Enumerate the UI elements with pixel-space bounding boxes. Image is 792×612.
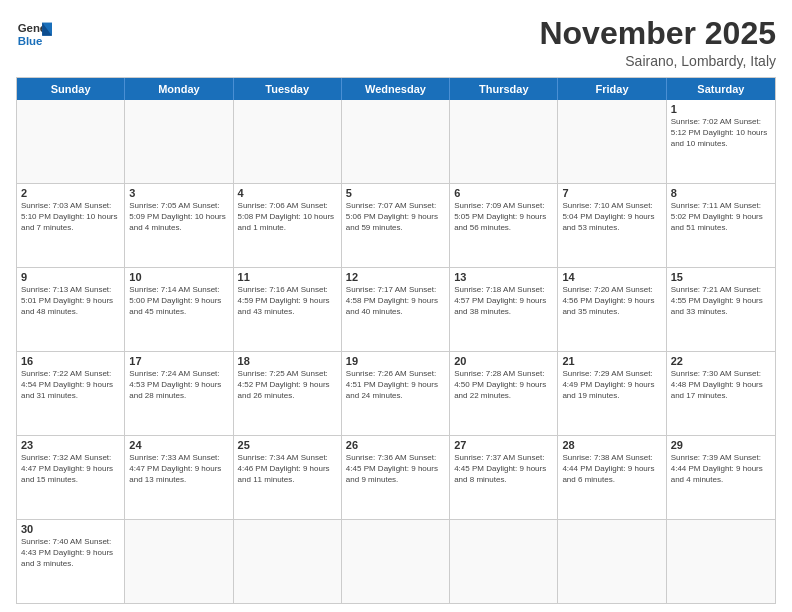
cell-date: 19 — [346, 355, 445, 367]
svg-text:Blue: Blue — [18, 35, 43, 47]
cell-info: Sunrise: 7:10 AM Sunset: 5:04 PM Dayligh… — [562, 201, 661, 233]
cell-date: 4 — [238, 187, 337, 199]
cell-date: 22 — [671, 355, 771, 367]
day-header-monday: Monday — [125, 78, 233, 100]
cell-info: Sunrise: 7:05 AM Sunset: 5:09 PM Dayligh… — [129, 201, 228, 233]
calendar-cell: 7Sunrise: 7:10 AM Sunset: 5:04 PM Daylig… — [558, 184, 666, 267]
calendar-cell — [125, 100, 233, 183]
cell-info: Sunrise: 7:22 AM Sunset: 4:54 PM Dayligh… — [21, 369, 120, 401]
cell-info: Sunrise: 7:25 AM Sunset: 4:52 PM Dayligh… — [238, 369, 337, 401]
calendar-row-0: 1Sunrise: 7:02 AM Sunset: 5:12 PM Daylig… — [17, 100, 775, 184]
calendar-row-2: 9Sunrise: 7:13 AM Sunset: 5:01 PM Daylig… — [17, 268, 775, 352]
day-header-saturday: Saturday — [667, 78, 775, 100]
cell-date: 24 — [129, 439, 228, 451]
cell-date: 11 — [238, 271, 337, 283]
cell-info: Sunrise: 7:16 AM Sunset: 4:59 PM Dayligh… — [238, 285, 337, 317]
cell-date: 9 — [21, 271, 120, 283]
calendar-cell — [558, 520, 666, 603]
cell-date: 26 — [346, 439, 445, 451]
cell-info: Sunrise: 7:30 AM Sunset: 4:48 PM Dayligh… — [671, 369, 771, 401]
cell-info: Sunrise: 7:14 AM Sunset: 5:00 PM Dayligh… — [129, 285, 228, 317]
cell-date: 14 — [562, 271, 661, 283]
cell-date: 2 — [21, 187, 120, 199]
calendar-cell — [234, 100, 342, 183]
calendar-cell: 15Sunrise: 7:21 AM Sunset: 4:55 PM Dayli… — [667, 268, 775, 351]
calendar-cell: 8Sunrise: 7:11 AM Sunset: 5:02 PM Daylig… — [667, 184, 775, 267]
cell-info: Sunrise: 7:33 AM Sunset: 4:47 PM Dayligh… — [129, 453, 228, 485]
cell-info: Sunrise: 7:21 AM Sunset: 4:55 PM Dayligh… — [671, 285, 771, 317]
calendar-cell: 9Sunrise: 7:13 AM Sunset: 5:01 PM Daylig… — [17, 268, 125, 351]
cell-date: 27 — [454, 439, 553, 451]
calendar-header: SundayMondayTuesdayWednesdayThursdayFrid… — [17, 78, 775, 100]
day-header-tuesday: Tuesday — [234, 78, 342, 100]
calendar-cell: 20Sunrise: 7:28 AM Sunset: 4:50 PM Dayli… — [450, 352, 558, 435]
calendar-cell: 28Sunrise: 7:38 AM Sunset: 4:44 PM Dayli… — [558, 436, 666, 519]
cell-date: 10 — [129, 271, 228, 283]
calendar-cell: 6Sunrise: 7:09 AM Sunset: 5:05 PM Daylig… — [450, 184, 558, 267]
cell-date: 13 — [454, 271, 553, 283]
cell-date: 3 — [129, 187, 228, 199]
cell-info: Sunrise: 7:39 AM Sunset: 4:44 PM Dayligh… — [671, 453, 771, 485]
cell-date: 21 — [562, 355, 661, 367]
cell-date: 6 — [454, 187, 553, 199]
calendar-cell: 24Sunrise: 7:33 AM Sunset: 4:47 PM Dayli… — [125, 436, 233, 519]
cell-date: 15 — [671, 271, 771, 283]
cell-info: Sunrise: 7:38 AM Sunset: 4:44 PM Dayligh… — [562, 453, 661, 485]
calendar-cell: 30Sunrise: 7:40 AM Sunset: 4:43 PM Dayli… — [17, 520, 125, 603]
calendar-cell: 10Sunrise: 7:14 AM Sunset: 5:00 PM Dayli… — [125, 268, 233, 351]
calendar-subtitle: Sairano, Lombardy, Italy — [539, 53, 776, 69]
cell-date: 25 — [238, 439, 337, 451]
cell-info: Sunrise: 7:28 AM Sunset: 4:50 PM Dayligh… — [454, 369, 553, 401]
calendar-cell — [342, 520, 450, 603]
calendar: SundayMondayTuesdayWednesdayThursdayFrid… — [16, 77, 776, 604]
day-header-thursday: Thursday — [450, 78, 558, 100]
day-header-sunday: Sunday — [17, 78, 125, 100]
calendar-cell: 17Sunrise: 7:24 AM Sunset: 4:53 PM Dayli… — [125, 352, 233, 435]
calendar-cell: 18Sunrise: 7:25 AM Sunset: 4:52 PM Dayli… — [234, 352, 342, 435]
calendar-cell — [17, 100, 125, 183]
cell-date: 23 — [21, 439, 120, 451]
cell-info: Sunrise: 7:18 AM Sunset: 4:57 PM Dayligh… — [454, 285, 553, 317]
cell-date: 8 — [671, 187, 771, 199]
logo-icon: General Blue — [16, 16, 52, 52]
calendar-cell: 5Sunrise: 7:07 AM Sunset: 5:06 PM Daylig… — [342, 184, 450, 267]
cell-info: Sunrise: 7:09 AM Sunset: 5:05 PM Dayligh… — [454, 201, 553, 233]
calendar-row-5: 30Sunrise: 7:40 AM Sunset: 4:43 PM Dayli… — [17, 520, 775, 603]
page: General Blue November 2025 Sairano, Lomb… — [0, 0, 792, 612]
calendar-cell: 16Sunrise: 7:22 AM Sunset: 4:54 PM Dayli… — [17, 352, 125, 435]
cell-date: 29 — [671, 439, 771, 451]
day-header-wednesday: Wednesday — [342, 78, 450, 100]
cell-info: Sunrise: 7:26 AM Sunset: 4:51 PM Dayligh… — [346, 369, 445, 401]
cell-date: 17 — [129, 355, 228, 367]
cell-info: Sunrise: 7:03 AM Sunset: 5:10 PM Dayligh… — [21, 201, 120, 233]
title-block: November 2025 Sairano, Lombardy, Italy — [539, 16, 776, 69]
calendar-cell — [342, 100, 450, 183]
calendar-body: 1Sunrise: 7:02 AM Sunset: 5:12 PM Daylig… — [17, 100, 775, 603]
day-header-friday: Friday — [558, 78, 666, 100]
cell-info: Sunrise: 7:36 AM Sunset: 4:45 PM Dayligh… — [346, 453, 445, 485]
header: General Blue November 2025 Sairano, Lomb… — [16, 16, 776, 69]
cell-info: Sunrise: 7:40 AM Sunset: 4:43 PM Dayligh… — [21, 537, 120, 569]
calendar-cell — [450, 520, 558, 603]
calendar-cell: 25Sunrise: 7:34 AM Sunset: 4:46 PM Dayli… — [234, 436, 342, 519]
cell-info: Sunrise: 7:13 AM Sunset: 5:01 PM Dayligh… — [21, 285, 120, 317]
cell-info: Sunrise: 7:34 AM Sunset: 4:46 PM Dayligh… — [238, 453, 337, 485]
cell-info: Sunrise: 7:20 AM Sunset: 4:56 PM Dayligh… — [562, 285, 661, 317]
cell-info: Sunrise: 7:37 AM Sunset: 4:45 PM Dayligh… — [454, 453, 553, 485]
calendar-cell: 1Sunrise: 7:02 AM Sunset: 5:12 PM Daylig… — [667, 100, 775, 183]
cell-info: Sunrise: 7:29 AM Sunset: 4:49 PM Dayligh… — [562, 369, 661, 401]
cell-date: 30 — [21, 523, 120, 535]
calendar-cell: 19Sunrise: 7:26 AM Sunset: 4:51 PM Dayli… — [342, 352, 450, 435]
calendar-row-1: 2Sunrise: 7:03 AM Sunset: 5:10 PM Daylig… — [17, 184, 775, 268]
calendar-cell: 23Sunrise: 7:32 AM Sunset: 4:47 PM Dayli… — [17, 436, 125, 519]
cell-info: Sunrise: 7:17 AM Sunset: 4:58 PM Dayligh… — [346, 285, 445, 317]
cell-date: 20 — [454, 355, 553, 367]
calendar-cell — [558, 100, 666, 183]
calendar-cell: 3Sunrise: 7:05 AM Sunset: 5:09 PM Daylig… — [125, 184, 233, 267]
cell-info: Sunrise: 7:32 AM Sunset: 4:47 PM Dayligh… — [21, 453, 120, 485]
cell-date: 28 — [562, 439, 661, 451]
calendar-cell — [125, 520, 233, 603]
calendar-row-3: 16Sunrise: 7:22 AM Sunset: 4:54 PM Dayli… — [17, 352, 775, 436]
cell-info: Sunrise: 7:06 AM Sunset: 5:08 PM Dayligh… — [238, 201, 337, 233]
cell-info: Sunrise: 7:11 AM Sunset: 5:02 PM Dayligh… — [671, 201, 771, 233]
